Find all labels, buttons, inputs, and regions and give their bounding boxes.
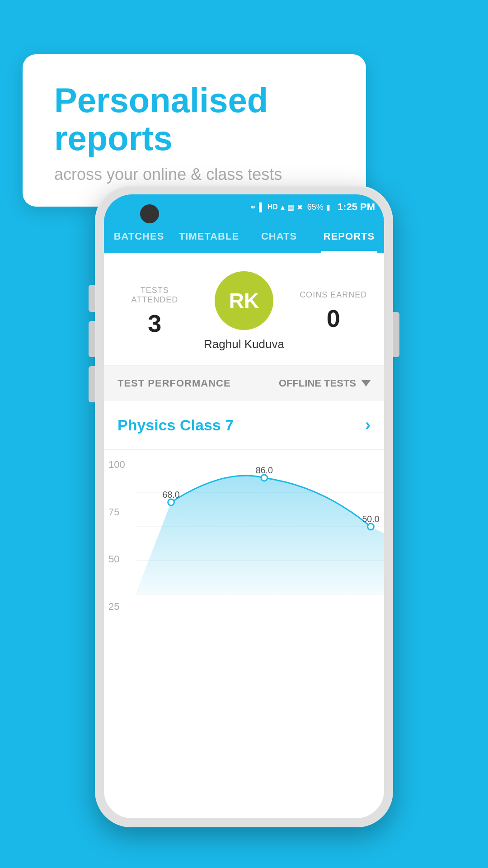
- screen-content: TESTS ATTENDED 3 RK Raghul Kuduva COINS …: [104, 253, 384, 818]
- y-label-75: 75: [108, 506, 125, 518]
- class-row[interactable]: Physics Class 7 ›: [104, 401, 384, 450]
- coins-earned-label: COINS EARNED: [296, 290, 371, 300]
- performance-title: TEST PERFORMANCE: [117, 377, 231, 389]
- battery-icon: ▮: [326, 203, 330, 212]
- tooltip-card: Personalised reports across your online …: [23, 54, 366, 207]
- status-time: 1:25 PM: [338, 201, 375, 213]
- tab-reports[interactable]: REPORTS: [314, 220, 384, 253]
- tab-navigation: BATCHES TIMETABLE CHATS REPORTS: [104, 220, 384, 253]
- wifi-icon: ▴: [281, 202, 285, 212]
- y-label-100: 100: [108, 459, 125, 471]
- performance-chart: 68.0 86.0 50.0: [136, 459, 384, 594]
- chevron-down-icon: [361, 380, 371, 387]
- avatar-initials: RK: [229, 288, 259, 313]
- tooltip-subtitle: across your online & class tests: [54, 165, 334, 184]
- performance-header: TEST PERFORMANCE OFFLINE TESTS: [104, 366, 384, 401]
- hd-icon: HD: [267, 203, 278, 211]
- y-label-25: 25: [108, 601, 125, 613]
- status-icons: ⚭ ▌ HD ▴ ▤ ✖ 65% ▮: [249, 202, 330, 212]
- volume-mute-button: [89, 285, 95, 312]
- bluetooth-icon: ⚭: [249, 202, 256, 212]
- data-point-1: [168, 499, 174, 505]
- tab-chats[interactable]: CHATS: [244, 220, 314, 253]
- data-point-2: [261, 475, 267, 481]
- volume-up-button: [89, 321, 95, 357]
- power-button: [393, 312, 399, 357]
- phone-screen: ⚭ ▌ HD ▴ ▤ ✖ 65% ▮ 1:25 PM: [104, 194, 384, 818]
- avatar-section: RK Raghul Kuduva: [192, 271, 296, 351]
- data-label-1: 68.0: [162, 490, 179, 500]
- camera-icon: [140, 204, 159, 223]
- data-point-3: [368, 524, 374, 530]
- avatar: RK: [215, 271, 273, 330]
- y-axis: 100 75 50 25: [108, 459, 125, 613]
- coins-earned-box: COINS EARNED 0: [296, 290, 371, 332]
- tests-attended-box: TESTS ATTENDED 3: [117, 286, 192, 337]
- phone-outer: ⚭ ▌ HD ▴ ▤ ✖ 65% ▮ 1:25 PM: [95, 185, 393, 827]
- tooltip-title: Personalised reports: [54, 81, 334, 157]
- battery-label: 65%: [307, 203, 324, 212]
- data-label-3: 50.0: [362, 514, 379, 524]
- data-label-2: 86.0: [256, 465, 273, 475]
- tab-timetable[interactable]: TIMETABLE: [174, 220, 244, 253]
- tests-attended-value: 3: [117, 309, 192, 337]
- class-name: Physics Class 7: [117, 416, 234, 434]
- offline-tests-filter[interactable]: OFFLINE TESTS: [279, 377, 371, 389]
- x-signal-icon: ✖: [297, 203, 303, 212]
- user-name: Raghul Kuduva: [204, 337, 284, 351]
- profile-section: TESTS ATTENDED 3 RK Raghul Kuduva COINS …: [104, 253, 384, 365]
- y-label-50: 50: [108, 553, 125, 565]
- chart-area: 100 75 50 25: [104, 450, 384, 818]
- offline-tests-label: OFFLINE TESTS: [279, 377, 356, 389]
- chart-container: 100 75 50 25: [104, 459, 384, 613]
- tests-attended-label: TESTS ATTENDED: [117, 286, 192, 305]
- volume-down-button: [89, 366, 95, 402]
- coins-earned-value: 0: [296, 304, 371, 332]
- tab-batches[interactable]: BATCHES: [104, 220, 174, 253]
- chevron-right-icon: ›: [365, 415, 371, 434]
- signal-icon: ▤: [287, 203, 294, 212]
- phone-wrapper: ⚭ ▌ HD ▴ ▤ ✖ 65% ▮ 1:25 PM: [95, 185, 393, 827]
- vibrate-icon: ▌: [259, 203, 265, 212]
